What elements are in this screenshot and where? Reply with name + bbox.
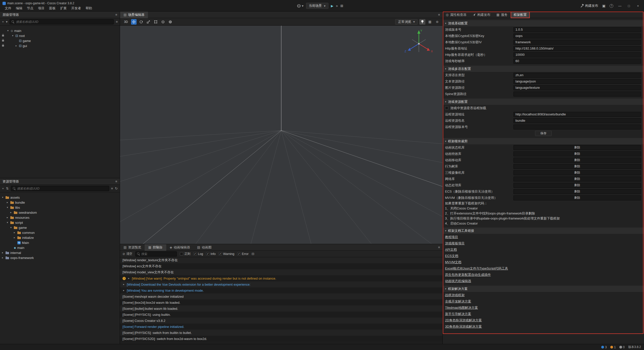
filter-error[interactable]: Error bbox=[237, 252, 249, 256]
remote-load-checkbox[interactable] bbox=[445, 106, 448, 110]
section-doc-links[interactable]: 框架文档工具链接 bbox=[443, 228, 644, 234]
section-solutions[interactable]: 框架解决方案 bbox=[443, 286, 644, 292]
expand-icon[interactable] bbox=[1, 256, 4, 259]
log-row-info[interactable]: [Window] You are running Vue in developm… bbox=[120, 287, 442, 293]
menu-edit[interactable]: 编辑 bbox=[14, 6, 25, 11]
filter-info[interactable]: Info bbox=[206, 252, 216, 256]
layout-grid-button[interactable] bbox=[340, 4, 343, 8]
asset-initialize[interactable]: initialize bbox=[0, 235, 120, 240]
image-path-input[interactable] bbox=[513, 85, 641, 90]
tab-service[interactable]: 服务 bbox=[493, 12, 510, 18]
expand-icon[interactable] bbox=[123, 283, 125, 286]
rect-tool[interactable] bbox=[153, 19, 158, 25]
regex-checkbox[interactable] bbox=[180, 252, 183, 255]
remote-bundle-input[interactable] bbox=[513, 118, 641, 123]
link-fullstack-solution[interactable]: 全栈开发解决方案 bbox=[443, 298, 644, 304]
asset-bundle[interactable]: bundle bbox=[0, 200, 120, 205]
scene-gizmo-settings[interactable] bbox=[427, 19, 433, 25]
log-row-info[interactable]: [Scene] Forward render pipeline initiali… bbox=[120, 324, 442, 330]
scene-light-toggle[interactable] bbox=[419, 19, 425, 25]
asset-game[interactable]: game bbox=[0, 225, 120, 230]
create-node-button[interactable] bbox=[2, 20, 4, 23]
asset-common[interactable]: common bbox=[0, 230, 120, 235]
asset-resources[interactable]: resources bbox=[0, 215, 120, 220]
view-mode-select[interactable]: 正常浏览 bbox=[395, 19, 418, 25]
minimize-button[interactable] bbox=[617, 4, 622, 8]
filter-log[interactable]: Log bbox=[193, 252, 203, 256]
hierarchy-search-input[interactable] bbox=[16, 20, 112, 24]
http-timeout-input[interactable] bbox=[513, 52, 641, 57]
expand-icon[interactable] bbox=[1, 196, 4, 199]
expand-icon[interactable] bbox=[128, 277, 130, 280]
collapse-logs-icon[interactable] bbox=[252, 252, 254, 255]
scene-selector[interactable]: 当前场景 bbox=[306, 3, 329, 9]
tab-build[interactable]: 构建发布 bbox=[469, 12, 493, 18]
section-module-trim[interactable]: 框架模块裁剪 bbox=[443, 138, 644, 144]
asset-libs[interactable]: libs bbox=[0, 205, 120, 210]
warning-checkbox[interactable] bbox=[219, 252, 222, 255]
crypto-key-input[interactable] bbox=[513, 33, 641, 38]
asset-internal[interactable]: internal bbox=[0, 250, 120, 255]
message-count-error[interactable]: 0 bbox=[619, 345, 625, 349]
link-animator-editor[interactable]: 动画状态机编辑器 bbox=[443, 278, 644, 284]
link-template-project[interactable]: 游戏模板项目 bbox=[443, 240, 644, 246]
expand-icon[interactable] bbox=[11, 34, 14, 37]
package-icon[interactable] bbox=[602, 4, 606, 8]
asset-oops-framework[interactable]: oops-framework bbox=[0, 255, 120, 260]
console-menu-icon[interactable] bbox=[438, 246, 440, 249]
remote-version-input[interactable] bbox=[513, 124, 641, 129]
assets-filter-icon[interactable] bbox=[111, 187, 113, 190]
projection-toggle[interactable]: 3D bbox=[123, 20, 129, 24]
asset-main-ts[interactable]: TSMain bbox=[0, 240, 120, 245]
section-language-config[interactable]: 游戏多语言配置 bbox=[443, 66, 644, 72]
help-icon[interactable] bbox=[610, 4, 613, 8]
expand-icon[interactable] bbox=[6, 206, 9, 209]
expand-icon[interactable] bbox=[6, 201, 9, 204]
link-hotupdate-plugin[interactable]: 原生包热更新配置自动生成插件 bbox=[443, 272, 644, 278]
link-guide-solution[interactable]: 新手引导解决方案 bbox=[443, 311, 644, 317]
text-path-input[interactable] bbox=[513, 79, 641, 84]
delete-button[interactable]: 删除 bbox=[513, 170, 641, 175]
asset-main-scene[interactable]: main bbox=[0, 245, 120, 250]
link-tiledmap-solution[interactable]: Tiledmap地图解决方案 bbox=[443, 304, 644, 311]
tab-animation-graph[interactable]: 动画图 bbox=[194, 244, 215, 251]
http-server-input[interactable] bbox=[513, 46, 641, 51]
clear-console-button[interactable]: 清空 bbox=[123, 252, 132, 256]
scene-settings[interactable] bbox=[434, 19, 440, 25]
scale-tool[interactable] bbox=[146, 19, 151, 25]
lock-icon[interactable] bbox=[2, 40, 4, 41]
scene-editor-tab[interactable]: 场景编辑器 bbox=[120, 12, 148, 18]
delete-button[interactable]: 删除 bbox=[513, 189, 641, 194]
create-node-caret-icon[interactable] bbox=[6, 20, 8, 23]
close-button[interactable] bbox=[635, 4, 640, 8]
log-row-warning[interactable]: ![Window] [Vue warn]: Property "onInput"… bbox=[120, 275, 442, 281]
console-search-input[interactable] bbox=[141, 252, 175, 256]
expand-icon[interactable] bbox=[6, 216, 9, 219]
asset-assets[interactable]: assets bbox=[0, 195, 120, 200]
log-row[interactable]: [Window] ecs文件夹不存在 bbox=[120, 263, 442, 269]
menu-node[interactable]: 节点 bbox=[25, 6, 36, 11]
menu-developer[interactable]: 开发者 bbox=[69, 6, 83, 11]
move-tool[interactable] bbox=[131, 19, 137, 25]
delete-button[interactable]: 删除 bbox=[513, 145, 641, 150]
tab-framework-config[interactable]: 框架配置 bbox=[511, 12, 530, 18]
info-checkbox[interactable] bbox=[206, 252, 209, 255]
crypto-iv-input[interactable] bbox=[513, 40, 641, 45]
delete-button[interactable]: 删除 bbox=[513, 164, 641, 169]
delete-button[interactable]: 删除 bbox=[513, 158, 641, 163]
section-resource-config[interactable]: 游戏资源配置 bbox=[443, 99, 644, 105]
link-excel-tool[interactable]: Excel格式转Json文件与TypeScript代码工具 bbox=[443, 265, 644, 272]
remote-load-toggle[interactable]: 游戏中资源是否远程加载 bbox=[443, 105, 644, 111]
delete-button[interactable]: 删除 bbox=[513, 177, 641, 182]
link-3d-rpg-solution[interactable]: 3D角色扮演游戏解决方案 bbox=[443, 323, 644, 330]
log-row[interactable]: [Scene] Cocos Creator v3.8.2 bbox=[120, 318, 442, 324]
link-wargame-framework[interactable]: 战棋游戏框架 bbox=[443, 292, 644, 298]
log-row[interactable]: [Scene] meshopt wasm decoder initialized bbox=[120, 293, 442, 299]
asset-script[interactable]: script bbox=[0, 220, 120, 225]
assets-sort-icon[interactable] bbox=[6, 187, 9, 190]
scene-menu-icon[interactable] bbox=[438, 13, 440, 16]
link-tutorial-project[interactable]: 教程项目 bbox=[443, 234, 644, 240]
expand-icon[interactable] bbox=[123, 289, 125, 292]
scene-viewport[interactable]: Y X Z bbox=[120, 26, 442, 244]
hierarchy-filter-icon[interactable] bbox=[116, 20, 118, 23]
